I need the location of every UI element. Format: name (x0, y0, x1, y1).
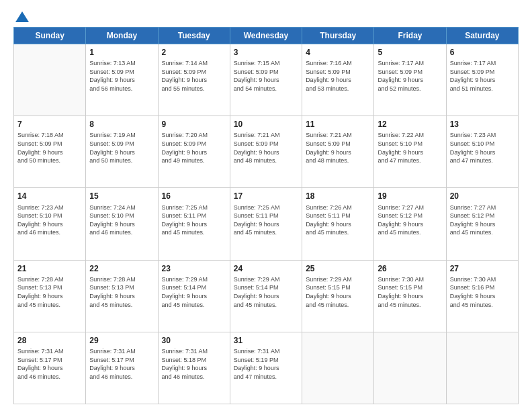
day-number: 14 (17, 191, 82, 201)
calendar-cell: 28Sunrise: 7:31 AM Sunset: 5:17 PM Dayli… (14, 332, 86, 404)
day-number: 21 (17, 263, 82, 274)
calendar-table: SundayMondayTuesdayWednesdayThursdayFrid… (13, 27, 519, 404)
calendar-cell: 17Sunrise: 7:25 AM Sunset: 5:11 PM Dayli… (230, 188, 302, 260)
day-number: 27 (450, 263, 515, 274)
day-info: Sunrise: 7:22 AM Sunset: 5:10 PM Dayligh… (378, 131, 442, 165)
day-info: Sunrise: 7:31 AM Sunset: 5:18 PM Dayligh… (162, 347, 226, 381)
logo (13, 11, 28, 20)
calendar-header-monday: Monday (86, 28, 158, 44)
day-number: 4 (306, 47, 370, 58)
day-number: 17 (234, 191, 298, 201)
day-info: Sunrise: 7:28 AM Sunset: 5:13 PM Dayligh… (89, 275, 154, 309)
calendar-cell: 2Sunrise: 7:14 AM Sunset: 5:09 PM Daylig… (158, 44, 230, 116)
day-number: 25 (306, 263, 370, 274)
day-number: 26 (378, 263, 442, 274)
calendar-header-saturday: Saturday (446, 28, 518, 44)
calendar-cell (446, 332, 518, 404)
calendar-cell: 26Sunrise: 7:30 AM Sunset: 5:15 PM Dayli… (374, 260, 446, 332)
calendar-cell (14, 44, 86, 116)
day-number: 19 (378, 191, 442, 201)
day-info: Sunrise: 7:27 AM Sunset: 5:12 PM Dayligh… (450, 203, 515, 237)
calendar-cell: 8Sunrise: 7:19 AM Sunset: 5:09 PM Daylig… (86, 116, 158, 188)
calendar-header-thursday: Thursday (302, 28, 374, 44)
day-info: Sunrise: 7:20 AM Sunset: 5:09 PM Dayligh… (162, 131, 226, 165)
calendar-cell: 22Sunrise: 7:28 AM Sunset: 5:13 PM Dayli… (86, 260, 158, 332)
calendar-cell: 31Sunrise: 7:31 AM Sunset: 5:19 PM Dayli… (230, 332, 302, 404)
calendar-header-sunday: Sunday (14, 28, 86, 44)
day-number: 20 (450, 191, 515, 201)
day-number: 7 (17, 119, 82, 130)
calendar-week-5: 28Sunrise: 7:31 AM Sunset: 5:17 PM Dayli… (14, 332, 519, 404)
calendar-cell: 9Sunrise: 7:20 AM Sunset: 5:09 PM Daylig… (158, 116, 230, 188)
day-info: Sunrise: 7:26 AM Sunset: 5:11 PM Dayligh… (306, 203, 370, 237)
calendar-cell: 5Sunrise: 7:17 AM Sunset: 5:09 PM Daylig… (374, 44, 446, 116)
day-info: Sunrise: 7:19 AM Sunset: 5:09 PM Dayligh… (89, 131, 154, 165)
calendar-cell (374, 332, 446, 404)
day-number: 23 (162, 263, 226, 274)
calendar-cell: 7Sunrise: 7:18 AM Sunset: 5:09 PM Daylig… (14, 116, 86, 188)
calendar-cell: 30Sunrise: 7:31 AM Sunset: 5:18 PM Dayli… (158, 332, 230, 404)
calendar-header-tuesday: Tuesday (158, 28, 230, 44)
logo-text (13, 11, 28, 23)
day-number: 2 (162, 47, 226, 58)
day-info: Sunrise: 7:28 AM Sunset: 5:13 PM Dayligh… (17, 275, 82, 309)
day-info: Sunrise: 7:27 AM Sunset: 5:12 PM Dayligh… (378, 203, 442, 237)
day-number: 15 (89, 191, 154, 201)
day-info: Sunrise: 7:29 AM Sunset: 5:14 PM Dayligh… (234, 275, 298, 309)
calendar-cell: 25Sunrise: 7:29 AM Sunset: 5:15 PM Dayli… (302, 260, 374, 332)
calendar-cell: 4Sunrise: 7:16 AM Sunset: 5:09 PM Daylig… (302, 44, 374, 116)
calendar-week-2: 7Sunrise: 7:18 AM Sunset: 5:09 PM Daylig… (14, 116, 519, 188)
calendar-cell: 15Sunrise: 7:24 AM Sunset: 5:10 PM Dayli… (86, 188, 158, 260)
day-info: Sunrise: 7:21 AM Sunset: 5:09 PM Dayligh… (234, 131, 298, 165)
day-number: 30 (162, 335, 226, 346)
day-info: Sunrise: 7:23 AM Sunset: 5:10 PM Dayligh… (450, 131, 515, 165)
day-number: 12 (378, 119, 442, 130)
day-number: 28 (17, 335, 82, 346)
day-info: Sunrise: 7:30 AM Sunset: 5:15 PM Dayligh… (378, 275, 442, 309)
day-info: Sunrise: 7:31 AM Sunset: 5:17 PM Dayligh… (17, 347, 82, 381)
calendar-cell (302, 332, 374, 404)
day-info: Sunrise: 7:31 AM Sunset: 5:19 PM Dayligh… (234, 347, 298, 381)
header (13, 11, 519, 20)
day-number: 9 (162, 119, 226, 130)
day-number: 10 (234, 119, 298, 130)
calendar-cell: 23Sunrise: 7:29 AM Sunset: 5:14 PM Dayli… (158, 260, 230, 332)
day-number: 3 (234, 47, 298, 58)
calendar-cell: 24Sunrise: 7:29 AM Sunset: 5:14 PM Dayli… (230, 260, 302, 332)
calendar-cell: 11Sunrise: 7:21 AM Sunset: 5:09 PM Dayli… (302, 116, 374, 188)
day-info: Sunrise: 7:17 AM Sunset: 5:09 PM Dayligh… (450, 59, 515, 93)
calendar-cell: 3Sunrise: 7:15 AM Sunset: 5:09 PM Daylig… (230, 44, 302, 116)
day-info: Sunrise: 7:24 AM Sunset: 5:10 PM Dayligh… (89, 203, 154, 237)
calendar-cell: 19Sunrise: 7:27 AM Sunset: 5:12 PM Dayli… (374, 188, 446, 260)
logo-icon (15, 11, 30, 23)
calendar-cell: 13Sunrise: 7:23 AM Sunset: 5:10 PM Dayli… (446, 116, 518, 188)
calendar-cell: 18Sunrise: 7:26 AM Sunset: 5:11 PM Dayli… (302, 188, 374, 260)
calendar-cell: 27Sunrise: 7:30 AM Sunset: 5:16 PM Dayli… (446, 260, 518, 332)
day-number: 22 (89, 263, 154, 274)
day-info: Sunrise: 7:25 AM Sunset: 5:11 PM Dayligh… (234, 203, 298, 237)
day-info: Sunrise: 7:31 AM Sunset: 5:17 PM Dayligh… (89, 347, 154, 381)
day-number: 29 (89, 335, 154, 346)
calendar-header-friday: Friday (374, 28, 446, 44)
day-number: 11 (306, 119, 370, 130)
calendar-cell: 29Sunrise: 7:31 AM Sunset: 5:17 PM Dayli… (86, 332, 158, 404)
calendar-cell: 1Sunrise: 7:13 AM Sunset: 5:09 PM Daylig… (86, 44, 158, 116)
day-info: Sunrise: 7:29 AM Sunset: 5:15 PM Dayligh… (306, 275, 370, 309)
day-info: Sunrise: 7:13 AM Sunset: 5:09 PM Dayligh… (89, 59, 154, 93)
calendar-cell: 10Sunrise: 7:21 AM Sunset: 5:09 PM Dayli… (230, 116, 302, 188)
day-info: Sunrise: 7:21 AM Sunset: 5:09 PM Dayligh… (306, 131, 370, 165)
calendar-week-1: 1Sunrise: 7:13 AM Sunset: 5:09 PM Daylig… (14, 44, 519, 116)
calendar-cell: 14Sunrise: 7:23 AM Sunset: 5:10 PM Dayli… (14, 188, 86, 260)
day-number: 18 (306, 191, 370, 201)
day-number: 5 (378, 47, 442, 58)
svg-marker-0 (15, 11, 29, 22)
day-info: Sunrise: 7:16 AM Sunset: 5:09 PM Dayligh… (306, 59, 370, 93)
calendar-cell: 16Sunrise: 7:25 AM Sunset: 5:11 PM Dayli… (158, 188, 230, 260)
day-info: Sunrise: 7:25 AM Sunset: 5:11 PM Dayligh… (162, 203, 226, 237)
calendar-cell: 20Sunrise: 7:27 AM Sunset: 5:12 PM Dayli… (446, 188, 518, 260)
calendar-cell: 6Sunrise: 7:17 AM Sunset: 5:09 PM Daylig… (446, 44, 518, 116)
day-info: Sunrise: 7:23 AM Sunset: 5:10 PM Dayligh… (17, 203, 82, 237)
day-number: 24 (234, 263, 298, 274)
calendar-cell: 12Sunrise: 7:22 AM Sunset: 5:10 PM Dayli… (374, 116, 446, 188)
calendar-cell: 21Sunrise: 7:28 AM Sunset: 5:13 PM Dayli… (14, 260, 86, 332)
